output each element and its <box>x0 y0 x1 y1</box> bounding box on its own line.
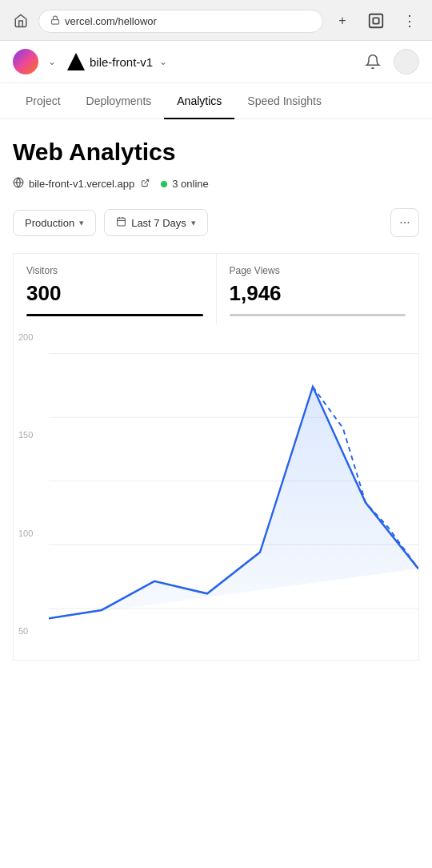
team-chevron-icon: ⌄ <box>48 56 56 67</box>
chart-svg-wrapper <box>49 337 418 660</box>
chart-fill-area <box>49 387 418 618</box>
new-tab-button[interactable]: + <box>330 8 355 34</box>
team-avatar[interactable] <box>13 49 38 74</box>
site-link[interactable]: bile-front-v1.vercel.app <box>13 177 150 191</box>
project-name: bile-front-v1 <box>90 55 153 69</box>
app-header: ⌄ bile-front-v1 ⌄ <box>0 41 432 83</box>
site-link-row: bile-front-v1.vercel.app 3 online <box>13 177 419 191</box>
tab-deployments[interactable]: Deployments <box>74 83 165 119</box>
more-options-button[interactable]: ··· <box>390 208 419 237</box>
project-icon <box>67 53 85 70</box>
header-right <box>360 49 419 74</box>
date-range-chevron-icon: ▾ <box>191 218 196 228</box>
visitors-label: Visitors <box>26 265 203 276</box>
visitors-bar <box>26 314 203 316</box>
filters-row: Production ▾ Last 7 Days ▾ ··· <box>13 208 419 237</box>
pageviews-card: Page Views 1,946 <box>217 254 419 324</box>
stats-row: Visitors 300 Page Views 1,946 <box>13 253 419 324</box>
visitors-value: 300 <box>26 281 203 306</box>
chart-container: 200 150 100 50 <box>13 324 419 661</box>
notifications-button[interactable] <box>360 49 386 74</box>
date-range-label: Last 7 Days <box>131 217 186 229</box>
calendar-icon <box>116 216 126 229</box>
page-title: Web Analytics <box>13 139 419 166</box>
visitors-card: Visitors 300 <box>14 254 217 324</box>
globe-icon <box>13 177 24 191</box>
online-badge: 3 online <box>161 178 209 190</box>
y-label-150: 150 <box>18 430 44 440</box>
environment-label: Production <box>25 217 74 229</box>
project-chevron-icon: ⌄ <box>159 56 167 67</box>
online-dot <box>161 181 167 187</box>
date-range-filter[interactable]: Last 7 Days ▾ <box>104 209 208 236</box>
svg-rect-0 <box>52 20 59 25</box>
tab-speed-insights[interactable]: Speed Insights <box>234 83 334 119</box>
user-avatar[interactable] <box>394 49 419 74</box>
environment-filter[interactable]: Production ▾ <box>13 210 96 236</box>
svg-rect-6 <box>118 218 126 226</box>
y-label-100: 100 <box>18 528 44 538</box>
pageviews-bar <box>230 314 406 316</box>
tab-analytics[interactable]: Analytics <box>164 83 234 119</box>
browser-top-bar: vercel.com/hellowor + ⋮ <box>10 8 422 34</box>
svg-line-5 <box>145 179 149 183</box>
security-icon <box>50 15 60 26</box>
extension-button[interactable] <box>363 8 389 34</box>
browser-actions: + ⋮ <box>330 8 422 34</box>
environment-chevron-icon: ▾ <box>79 218 84 228</box>
url-text: vercel.com/hellowor <box>65 15 311 27</box>
analytics-chart <box>49 337 418 660</box>
analytics-section: Visitors 300 Page Views 1,946 200 150 10… <box>13 253 419 661</box>
tab-project[interactable]: Project <box>13 83 74 119</box>
pageviews-label: Page Views <box>230 265 406 276</box>
site-url: bile-front-v1.vercel.app <box>29 178 134 190</box>
online-count: 3 online <box>172 178 209 190</box>
browser-chrome: vercel.com/hellowor + ⋮ <box>0 0 432 41</box>
svg-rect-2 <box>373 18 378 23</box>
y-label-200: 200 <box>18 332 44 342</box>
page-content: Web Analytics bile-front-v1.vercel.app 3… <box>0 119 432 237</box>
external-link-icon <box>141 179 150 189</box>
nav-tabs: Project Deployments Analytics Speed Insi… <box>0 83 432 119</box>
address-bar[interactable]: vercel.com/hellowor <box>38 10 323 33</box>
home-icon[interactable] <box>10 10 32 32</box>
svg-rect-1 <box>370 14 383 28</box>
project-selector[interactable]: bile-front-v1 ⌄ <box>67 53 167 70</box>
y-label-50: 50 <box>18 626 44 636</box>
pageviews-value: 1,946 <box>230 281 406 306</box>
browser-menu-button[interactable]: ⋮ <box>397 8 422 34</box>
